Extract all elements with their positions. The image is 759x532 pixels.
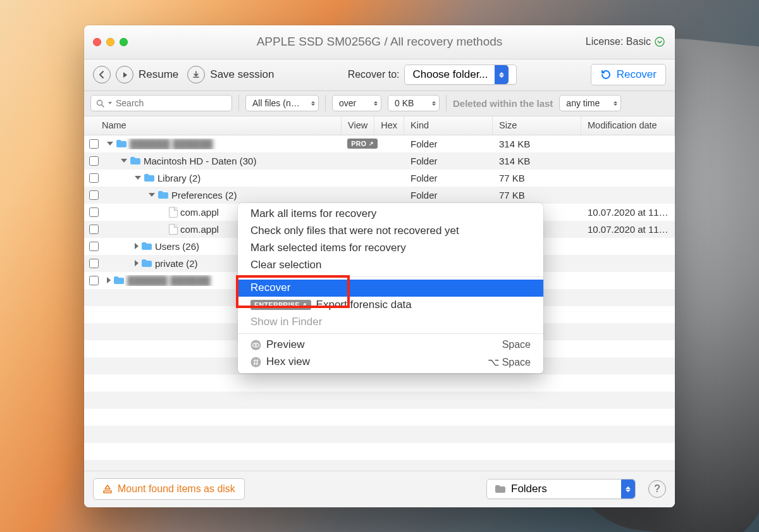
folder-icon — [157, 190, 169, 199]
disclosure-down-icon[interactable] — [121, 159, 127, 163]
filter-filetype-label: All files (n… — [252, 98, 300, 108]
menu-separator — [238, 276, 543, 277]
hash-icon — [250, 357, 261, 368]
col-mod[interactable]: Modification date — [581, 116, 675, 135]
row-checkbox[interactable] — [84, 207, 103, 217]
filter-time-label: any time — [566, 98, 600, 108]
context-menu: Mark all items for recovery Check only f… — [238, 203, 543, 373]
mount-disk-button[interactable]: Mount found items as disk — [93, 478, 245, 500]
row-checkbox[interactable] — [84, 139, 103, 149]
empty-row — [84, 426, 675, 443]
filter-over[interactable]: over — [332, 95, 381, 111]
col-kind[interactable]: Kind — [404, 116, 493, 135]
pro-badge[interactable]: PRO — [347, 139, 378, 149]
folder-icon — [141, 259, 152, 268]
table-row[interactable]: ██████ ██████PROFolder314 KB — [84, 135, 675, 152]
recover-to-label: Recover to: — [348, 69, 400, 80]
row-checkbox[interactable] — [84, 276, 103, 285]
menu-preview[interactable]: Preview Space — [238, 337, 543, 354]
mount-disk-label: Mount found items as disk — [118, 483, 235, 495]
select-arrows-icon — [495, 65, 509, 84]
row-size: 314 KB — [493, 139, 581, 149]
play-icon — [121, 71, 128, 78]
separator — [325, 95, 326, 111]
status-bar: Mount found items as disk Folders ? — [84, 471, 675, 507]
group-by-value: Folders — [511, 483, 547, 495]
resume-button[interactable] — [116, 66, 133, 84]
table-row[interactable]: Macintosh HD - Daten (30)Folder314 KB — [84, 152, 675, 170]
disclosure-right-icon[interactable] — [107, 277, 111, 283]
menu-clear-selection[interactable]: Clear selection — [238, 257, 543, 274]
row-label: com.appl — [180, 207, 219, 218]
license-label[interactable]: License: Basic — [586, 36, 665, 47]
menu-export-forensic[interactable]: ENTERPRISE Export forensic data — [238, 297, 543, 314]
disclosure-down-icon[interactable] — [149, 193, 155, 197]
chevron-left-icon — [98, 71, 106, 78]
row-checkbox[interactable] — [84, 156, 103, 166]
table-row[interactable]: Preferences (2)Folder77 KB — [84, 187, 675, 204]
row-checkbox[interactable] — [84, 225, 103, 234]
empty-row — [84, 409, 675, 426]
col-view[interactable]: View — [342, 116, 374, 135]
download-icon — [192, 71, 200, 78]
svg-point-1 — [97, 100, 102, 105]
filter-time[interactable]: any time — [559, 95, 621, 111]
row-size: 314 KB — [493, 156, 581, 166]
back-button[interactable] — [93, 66, 111, 84]
disclosure-down-icon[interactable] — [107, 142, 113, 145]
search-input[interactable] — [116, 98, 226, 108]
col-hex[interactable]: Hex — [374, 116, 404, 135]
menu-mark-selected[interactable]: Mark selected items for recovery — [238, 240, 543, 257]
minimize-button[interactable] — [106, 38, 114, 46]
disclosure-down-icon[interactable] — [135, 176, 141, 180]
eye-icon — [250, 340, 261, 350]
chevron-down-icon — [108, 102, 112, 104]
traffic-lights — [84, 38, 128, 46]
svg-point-5 — [251, 357, 261, 367]
menu-recover[interactable]: Recover — [238, 280, 543, 297]
select-arrows-icon — [621, 479, 635, 498]
save-session-label: Save session — [210, 68, 274, 81]
row-kind: Folder — [404, 190, 493, 201]
row-kind: Folder — [404, 156, 493, 166]
file-icon — [169, 207, 178, 218]
row-label: ██████ ██████ — [127, 275, 211, 286]
mount-icon — [102, 484, 113, 494]
folder-icon — [495, 485, 506, 493]
filter-filetype[interactable]: All files (n… — [245, 95, 319, 111]
help-button[interactable]: ? — [648, 480, 666, 498]
disclosure-right-icon[interactable] — [135, 243, 139, 249]
svg-point-4 — [255, 344, 257, 346]
file-icon — [169, 224, 178, 235]
close-button[interactable] — [93, 38, 101, 46]
menu-check-not-recovered[interactable]: Check only files that were not recovered… — [238, 223, 543, 240]
table-row[interactable]: Library (2)Folder77 KB — [84, 170, 675, 187]
row-checkbox[interactable] — [84, 242, 103, 251]
col-name[interactable]: Name — [84, 116, 342, 135]
folder-icon — [116, 139, 127, 148]
empty-row — [84, 374, 675, 392]
filter-size[interactable]: 0 KB — [388, 95, 440, 111]
menu-mark-all[interactable]: Mark all items for recovery — [238, 206, 543, 223]
row-checkbox[interactable] — [84, 190, 103, 200]
search-field[interactable] — [90, 95, 232, 111]
row-label: ██████ ██████ — [130, 139, 213, 149]
row-label: Library (2) — [157, 173, 201, 183]
folder-icon — [141, 242, 152, 251]
menu-separator — [238, 333, 543, 334]
zoom-button[interactable] — [120, 38, 128, 46]
row-mod: 10.07.2020 at 11… — [581, 224, 675, 235]
recover-button[interactable]: Recover — [591, 64, 666, 85]
separator — [238, 95, 239, 111]
row-checkbox[interactable] — [84, 173, 103, 183]
group-by-select[interactable]: Folders — [486, 479, 636, 499]
disclosure-right-icon[interactable] — [135, 260, 139, 266]
col-size[interactable]: Size — [493, 116, 581, 135]
row-checkbox[interactable] — [84, 259, 103, 268]
menu-hex-view[interactable]: Hex view ⌥ Space — [238, 354, 543, 371]
row-kind: Folder — [404, 173, 493, 183]
table-header: Name View Hex Kind Size Modification dat… — [84, 116, 675, 135]
save-session-button[interactable] — [187, 66, 205, 84]
recover-button-label: Recover — [617, 68, 657, 81]
recover-to-select[interactable]: Choose folder... — [404, 65, 517, 85]
